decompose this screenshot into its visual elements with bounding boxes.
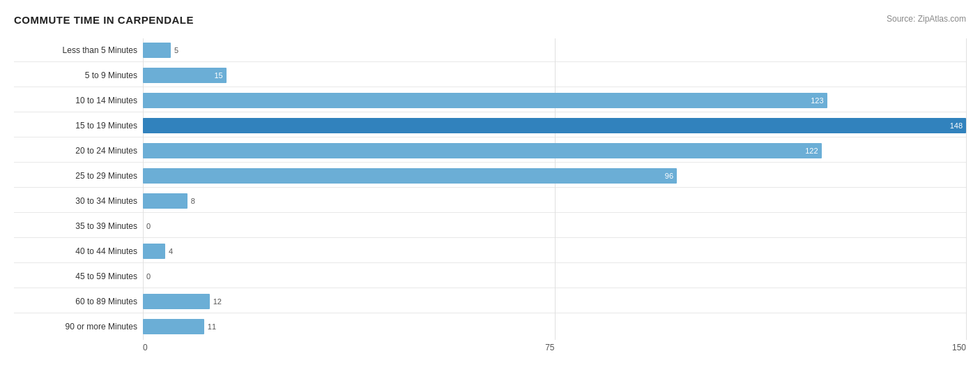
bar xyxy=(143,294,210,309)
grid-line xyxy=(966,38,967,340)
bar-container: 0 xyxy=(143,218,966,234)
bar xyxy=(143,193,187,209)
bar-row: 35 to 39 Minutes0 xyxy=(14,214,966,238)
bar-label: 35 to 39 Minutes xyxy=(14,221,143,231)
bar-value: 96 xyxy=(665,172,677,180)
x-axis-label: 0 xyxy=(143,343,148,352)
bar-container: 8 xyxy=(143,193,966,209)
bar-container: 12 xyxy=(143,294,966,309)
bar-row: 15 to 19 Minutes148 xyxy=(14,114,966,137)
bar-label: 40 to 44 Minutes xyxy=(14,246,143,256)
bar-label: 25 to 29 Minutes xyxy=(14,171,143,181)
bar-value: 123 xyxy=(811,96,827,105)
bar-value: 15 xyxy=(214,71,226,80)
bar-label: 30 to 34 Minutes xyxy=(14,196,143,206)
bar-value: 0 xyxy=(146,272,151,281)
bar-row: 90 or more Minutes11 xyxy=(14,315,966,338)
bar: 123 xyxy=(143,93,827,108)
x-axis-label: 75 xyxy=(545,343,554,352)
bar-row: Less than 5 Minutes5 xyxy=(14,38,966,62)
bar-container: 123 xyxy=(143,93,966,108)
bar-container: 11 xyxy=(143,319,966,334)
x-axis: 075150 xyxy=(14,343,966,352)
bar-label: 45 to 59 Minutes xyxy=(14,271,143,281)
bar-value: 12 xyxy=(213,297,222,306)
bar-value: 5 xyxy=(174,46,178,54)
bar-container: 4 xyxy=(143,244,966,259)
bar-value: 11 xyxy=(208,322,216,331)
bar-label: 60 to 89 Minutes xyxy=(14,297,143,306)
bar-row: 45 to 59 Minutes0 xyxy=(14,265,966,288)
bar-row: 25 to 29 Minutes96 xyxy=(14,164,966,188)
bar-container: 15 xyxy=(143,68,966,83)
chart-area: Less than 5 Minutes55 to 9 Minutes1510 t… xyxy=(14,38,966,352)
bar-row: 60 to 89 Minutes12 xyxy=(14,290,966,313)
bar-container: 96 xyxy=(143,168,966,184)
bar-container: 5 xyxy=(143,43,966,58)
bar-row: 5 to 9 Minutes15 xyxy=(14,64,966,87)
bar-container: 148 xyxy=(143,118,966,133)
x-axis-labels: 075150 xyxy=(143,343,966,352)
bar-label: 10 to 14 Minutes xyxy=(14,96,143,105)
bar-label: Less than 5 Minutes xyxy=(14,45,143,55)
bar-row: 10 to 14 Minutes123 xyxy=(14,89,966,112)
chart-title: COMMUTE TIME IN CARPENDALE xyxy=(14,14,194,26)
bar xyxy=(143,319,204,334)
x-axis-label: 150 xyxy=(952,343,966,352)
bar-label: 15 to 19 Minutes xyxy=(14,121,143,131)
source-label: Source: ZipAtlas.com xyxy=(887,14,966,24)
bar-value: 0 xyxy=(146,222,151,230)
bar xyxy=(143,244,165,259)
bar xyxy=(143,43,171,58)
bar-value: 148 xyxy=(950,121,966,130)
bar: 122 xyxy=(143,143,822,158)
chart-rows-wrapper: Less than 5 Minutes55 to 9 Minutes1510 t… xyxy=(14,38,966,340)
bar-value: 122 xyxy=(805,147,821,155)
bar-row: 20 to 24 Minutes122 xyxy=(14,139,966,163)
bar-row: 30 to 34 Minutes8 xyxy=(14,189,966,213)
bar-row: 40 to 44 Minutes4 xyxy=(14,239,966,263)
bar-value: 4 xyxy=(169,247,173,255)
bar-label: 5 to 9 Minutes xyxy=(14,70,143,80)
bar-label: 20 to 24 Minutes xyxy=(14,146,143,156)
bar-label: 90 or more Minutes xyxy=(14,322,143,332)
bar: 148 xyxy=(143,118,966,133)
bar: 96 xyxy=(143,168,677,184)
bar-value: 8 xyxy=(191,197,195,205)
bar-container: 122 xyxy=(143,143,966,158)
bar: 15 xyxy=(143,68,227,83)
bar-container: 0 xyxy=(143,269,966,284)
